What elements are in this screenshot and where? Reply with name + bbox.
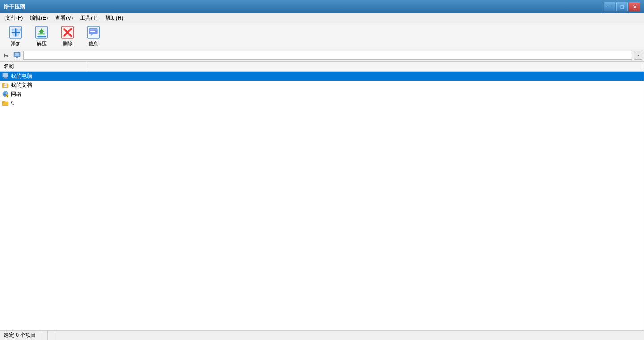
extract-label: 解压 <box>37 40 47 47</box>
info-icon <box>86 26 101 39</box>
folder-documents-icon <box>2 81 9 89</box>
list-item[interactable]: 我的文档 <box>0 81 644 89</box>
network-icon <box>2 90 9 98</box>
list-item[interactable]: 网络 <box>0 89 644 98</box>
column-headers: 名称 <box>0 62 644 72</box>
info-button[interactable]: 信息 <box>81 25 106 47</box>
list-item-label: \\ <box>11 100 14 106</box>
computer-icon <box>2 72 9 80</box>
menu-file[interactable]: 文件(F) <box>2 13 26 23</box>
title-text: 饼干压缩 <box>4 3 25 11</box>
status-selection: 选定 0 个项目 <box>4 331 40 340</box>
add-label: 添加 <box>11 40 21 47</box>
svg-rect-17 <box>15 53 19 56</box>
address-dropdown-button[interactable] <box>634 51 642 60</box>
svg-line-37 <box>8 97 9 98</box>
window-controls: ─ □ ✕ <box>604 2 640 11</box>
svg-rect-23 <box>4 77 7 78</box>
svg-marker-20 <box>637 55 640 56</box>
back-button[interactable] <box>2 51 11 60</box>
menu-edit[interactable]: 编辑(E) <box>26 13 51 23</box>
extract-button[interactable]: 解压 <box>30 25 54 47</box>
menu-bar: 文件(F) 编辑(E) 查看(V) 工具(T) 帮助(H) <box>0 13 644 23</box>
status-extra <box>48 331 55 340</box>
close-button[interactable]: ✕ <box>629 2 640 11</box>
address-bar <box>0 49 644 62</box>
maximize-button[interactable]: □ <box>616 2 628 11</box>
svg-rect-19 <box>15 58 19 58</box>
svg-rect-39 <box>2 101 5 102</box>
extract-icon <box>34 26 49 39</box>
list-item-label: 我的电脑 <box>11 72 32 80</box>
add-button[interactable]: 添加 <box>4 25 28 47</box>
file-list: 我的电脑 我的文档 <box>0 72 644 330</box>
list-item[interactable]: \\ <box>0 98 644 107</box>
toolbar: 添加 解压 删除 信息 <box>0 23 644 49</box>
delete-icon <box>60 26 75 39</box>
delete-label: 删除 <box>63 40 72 47</box>
svg-rect-24 <box>3 78 8 79</box>
svg-rect-22 <box>3 73 8 77</box>
info-label: 信息 <box>89 40 98 47</box>
status-bar: 选定 0 个项目 <box>0 330 644 340</box>
chevron-down-icon <box>636 53 640 58</box>
add-icon <box>8 26 23 39</box>
menu-view[interactable]: 查看(V) <box>51 13 76 23</box>
svg-rect-5 <box>38 33 45 34</box>
list-item[interactable]: 我的电脑 <box>0 72 644 81</box>
address-input[interactable] <box>23 51 632 60</box>
column-rest <box>89 62 644 71</box>
menu-tools[interactable]: 工具(T) <box>76 13 101 23</box>
delete-button[interactable]: 删除 <box>55 25 80 47</box>
back-icon <box>3 52 9 59</box>
title-bar: 饼干压缩 ─ □ ✕ <box>0 0 644 13</box>
svg-rect-18 <box>16 57 18 58</box>
menu-help[interactable]: 帮助(H) <box>102 13 127 23</box>
column-name[interactable]: 名称 <box>0 62 89 71</box>
status-info <box>40 331 48 340</box>
svg-rect-7 <box>37 36 46 37</box>
svg-rect-27 <box>4 84 7 87</box>
unc-icon <box>2 99 9 106</box>
list-item-label: 我的文档 <box>11 81 32 89</box>
main-area: 名称 我的电脑 我的文档 <box>0 62 644 330</box>
list-item-label: 网络 <box>11 90 21 98</box>
location-icon-button[interactable] <box>13 51 21 60</box>
computer-small-icon <box>13 52 21 59</box>
minimize-button[interactable]: ─ <box>604 2 615 11</box>
